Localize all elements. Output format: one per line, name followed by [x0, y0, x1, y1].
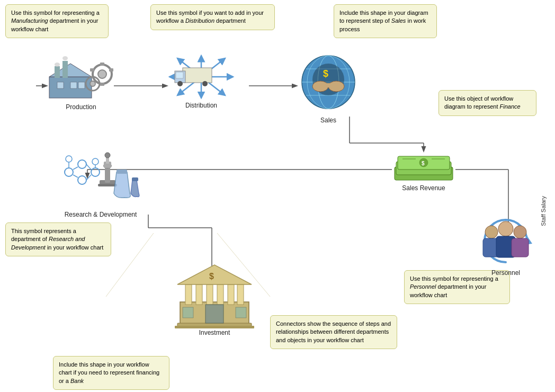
svg-line-14 [106, 233, 154, 297]
svg-point-67 [498, 221, 513, 236]
personnel-node: Personnel [471, 217, 540, 277]
svg-rect-30 [100, 83, 104, 86]
distribution-label: Distribution [167, 102, 236, 109]
svg-point-45 [202, 81, 208, 86]
svg-point-73 [78, 176, 86, 184]
svg-text:$: $ [323, 68, 328, 79]
callout-connectors: Connectors show the sequence of steps an… [270, 315, 397, 349]
svg-rect-43 [176, 72, 183, 78]
svg-point-81 [92, 158, 99, 165]
svg-line-75 [73, 167, 78, 170]
callout-distribution: Use this symbol if you want to add in yo… [150, 4, 275, 30]
staff-salary-label: Staff Salary [540, 196, 547, 226]
svg-point-23 [55, 63, 60, 67]
svg-rect-20 [57, 82, 64, 88]
sales-revenue-label: Sales Revenue [392, 184, 455, 192]
svg-point-71 [65, 168, 73, 176]
svg-point-44 [177, 81, 183, 86]
svg-rect-103 [205, 305, 223, 323]
svg-rect-104 [183, 307, 193, 318]
callout-bank: Include this shape in your workflow char… [53, 356, 169, 390]
rd-node: Research & Development [53, 151, 148, 218]
svg-rect-22 [78, 82, 85, 88]
svg-rect-32 [109, 68, 113, 72]
svg-rect-29 [100, 63, 104, 66]
svg-point-79 [66, 156, 72, 162]
svg-rect-94 [196, 284, 202, 305]
production-label: Production [47, 103, 115, 111]
production-node: Production [47, 53, 115, 111]
svg-rect-41 [183, 68, 212, 83]
callout-sales: Include this shape in your diagram to re… [334, 4, 437, 38]
svg-rect-19 [62, 61, 68, 78]
svg-rect-56 [315, 83, 342, 87]
svg-rect-95 [207, 284, 213, 305]
investment-node: $ Investment [175, 262, 254, 336]
svg-text:$: $ [422, 161, 425, 166]
svg-line-76 [73, 175, 78, 177]
callout-finance: Use this object of workflow diagram to r… [438, 90, 536, 116]
rd-label: Research & Development [53, 211, 148, 218]
svg-rect-102 [175, 326, 254, 328]
investment-label: Investment [175, 329, 254, 336]
svg-point-69 [514, 226, 526, 238]
svg-rect-105 [236, 307, 246, 318]
svg-rect-84 [105, 167, 110, 183]
callout-manufacturing: Use this symbol for representing a Manuf… [5, 4, 109, 38]
svg-point-24 [62, 56, 68, 60]
personnel-label: Personnel [471, 269, 540, 277]
sales-revenue-node: $ Sales Revenue [392, 143, 455, 192]
sales-node: $ Sales [297, 50, 360, 124]
svg-rect-91 [132, 177, 138, 181]
svg-point-88 [105, 153, 110, 158]
svg-rect-70 [512, 238, 529, 257]
callout-rd: This symbol represents a department of R… [5, 222, 111, 256]
svg-rect-31 [90, 68, 94, 72]
svg-rect-21 [70, 82, 77, 88]
svg-point-74 [91, 168, 100, 176]
svg-point-26 [98, 70, 106, 78]
svg-point-65 [485, 226, 498, 238]
sales-label: Sales [297, 117, 360, 124]
svg-rect-97 [228, 284, 234, 305]
svg-rect-18 [55, 66, 60, 78]
svg-marker-99 [177, 265, 252, 284]
svg-rect-96 [217, 284, 223, 305]
svg-rect-90 [117, 170, 127, 174]
svg-line-78 [86, 175, 91, 180]
svg-rect-98 [237, 284, 244, 305]
distribution-node: Distribution [167, 53, 236, 109]
svg-point-72 [78, 160, 86, 168]
svg-text:$: $ [209, 272, 214, 281]
svg-point-28 [90, 81, 95, 86]
svg-rect-93 [185, 284, 192, 305]
svg-rect-89 [98, 184, 117, 186]
svg-line-77 [86, 164, 91, 170]
